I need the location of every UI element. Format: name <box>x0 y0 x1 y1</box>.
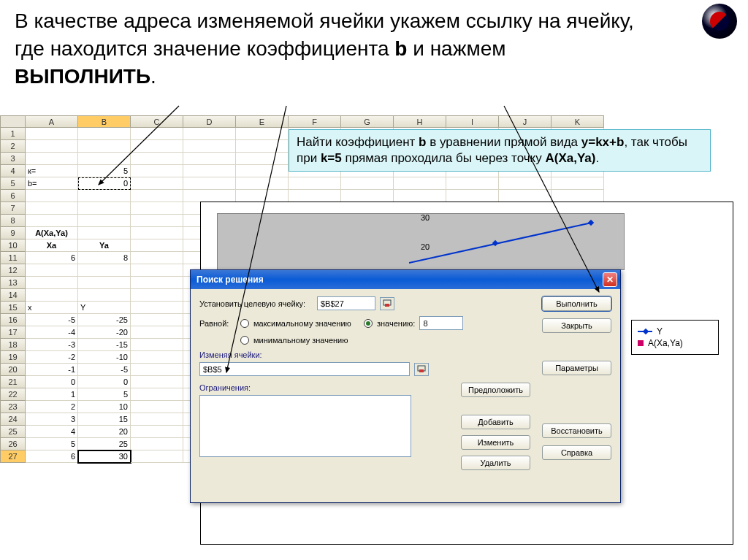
cell[interactable] <box>131 351 183 364</box>
radio-min[interactable] <box>240 336 249 345</box>
row-header[interactable]: 25 <box>0 426 26 438</box>
row-header[interactable]: 5 <box>0 177 26 190</box>
cell[interactable] <box>131 339 183 351</box>
cell[interactable]: 6 <box>26 252 78 264</box>
cell[interactable] <box>131 401 183 413</box>
cell[interactable] <box>131 215 183 227</box>
cell[interactable] <box>394 177 446 190</box>
cell[interactable] <box>131 153 183 165</box>
column-header[interactable]: F <box>289 115 341 128</box>
cell[interactable] <box>289 177 341 190</box>
select-all-corner[interactable] <box>0 115 26 128</box>
cell[interactable] <box>499 190 552 202</box>
cell[interactable] <box>236 190 289 202</box>
cell[interactable] <box>78 277 131 289</box>
cell[interactable] <box>552 177 604 190</box>
row-header[interactable]: 15 <box>0 302 26 314</box>
cell[interactable] <box>131 239 183 252</box>
row-header[interactable]: 16 <box>0 314 26 326</box>
row-header[interactable]: 8 <box>0 215 26 227</box>
cell[interactable] <box>131 202 183 215</box>
radio-max[interactable] <box>240 319 249 328</box>
row-header[interactable]: 4 <box>0 165 26 177</box>
cell[interactable] <box>131 326 183 339</box>
cell[interactable] <box>26 140 78 153</box>
cell[interactable] <box>26 277 78 289</box>
cell[interactable]: 5 <box>78 388 131 401</box>
cell[interactable] <box>131 364 183 376</box>
cell[interactable] <box>131 252 183 264</box>
cell[interactable] <box>341 190 394 202</box>
row-header[interactable]: 1 <box>0 128 26 140</box>
change-constraint-button[interactable]: Изменить <box>461 435 530 450</box>
column-header[interactable]: A <box>26 115 78 128</box>
row-header[interactable]: 20 <box>0 364 26 376</box>
column-header[interactable]: K <box>552 115 604 128</box>
cell[interactable]: -10 <box>78 351 131 364</box>
cell[interactable]: -1 <box>26 364 78 376</box>
cell[interactable] <box>183 190 236 202</box>
cell[interactable]: -20 <box>78 326 131 339</box>
cell[interactable]: -5 <box>78 364 131 376</box>
cell[interactable]: 30 <box>78 450 131 463</box>
cell[interactable] <box>131 165 183 177</box>
reset-button[interactable]: Восстановить <box>542 423 611 438</box>
row-header[interactable]: 2 <box>0 140 26 153</box>
constraints-list[interactable] <box>199 395 411 457</box>
cell[interactable]: 25 <box>78 438 131 450</box>
range-picker-icon[interactable] <box>414 363 429 376</box>
cell[interactable]: A(Xa,Ya) <box>26 227 78 239</box>
row-header[interactable]: 10 <box>0 239 26 252</box>
cell[interactable]: 5 <box>26 438 78 450</box>
cell[interactable]: Xa <box>26 239 78 252</box>
cell[interactable] <box>131 376 183 388</box>
guess-button[interactable]: Предположить <box>461 383 530 397</box>
row-header[interactable]: 9 <box>0 227 26 239</box>
cell[interactable] <box>78 289 131 302</box>
cell[interactable]: 10 <box>78 401 131 413</box>
cell[interactable]: -4 <box>26 326 78 339</box>
row-header[interactable]: 13 <box>0 277 26 289</box>
close-icon[interactable]: ✕ <box>603 272 617 287</box>
cell[interactable] <box>26 153 78 165</box>
cell[interactable] <box>26 289 78 302</box>
cell[interactable]: -15 <box>78 339 131 351</box>
cell[interactable] <box>78 264 131 277</box>
cell[interactable]: 0 <box>78 177 131 190</box>
row-header[interactable]: 11 <box>0 252 26 264</box>
delete-constraint-button[interactable]: Удалить <box>461 456 530 470</box>
changing-cells-input[interactable] <box>199 362 410 376</box>
row-header[interactable]: 27 <box>0 450 26 463</box>
cell[interactable] <box>394 190 446 202</box>
cell[interactable]: Ya <box>78 239 131 252</box>
target-cell-input[interactable] <box>317 296 375 310</box>
cell[interactable] <box>131 277 183 289</box>
cell[interactable] <box>131 289 183 302</box>
cell[interactable]: 20 <box>78 426 131 438</box>
cell[interactable] <box>341 177 394 190</box>
cell[interactable] <box>183 165 236 177</box>
cell[interactable]: 3 <box>26 413 78 426</box>
cell[interactable] <box>131 227 183 239</box>
cell[interactable]: 1 <box>26 388 78 401</box>
cell[interactable] <box>552 190 604 202</box>
solve-button[interactable]: Выполнить <box>542 296 611 311</box>
cell[interactable] <box>131 140 183 153</box>
row-header[interactable]: 6 <box>0 190 26 202</box>
cell[interactable]: 8 <box>78 252 131 264</box>
cell[interactable]: к= <box>26 165 78 177</box>
cell[interactable]: 0 <box>78 376 131 388</box>
cell[interactable] <box>131 302 183 314</box>
cell[interactable]: Y <box>78 302 131 314</box>
column-header[interactable]: J <box>499 115 552 128</box>
column-header[interactable]: I <box>446 115 499 128</box>
cell[interactable] <box>131 264 183 277</box>
cell[interactable] <box>26 264 78 277</box>
row-header[interactable]: 22 <box>0 388 26 401</box>
cell[interactable]: b= <box>26 177 78 190</box>
row-header[interactable]: 17 <box>0 326 26 339</box>
cell[interactable]: 15 <box>78 413 131 426</box>
cell[interactable] <box>446 177 499 190</box>
cell[interactable]: 0 <box>26 376 78 388</box>
close-button[interactable]: Закрыть <box>542 318 611 333</box>
